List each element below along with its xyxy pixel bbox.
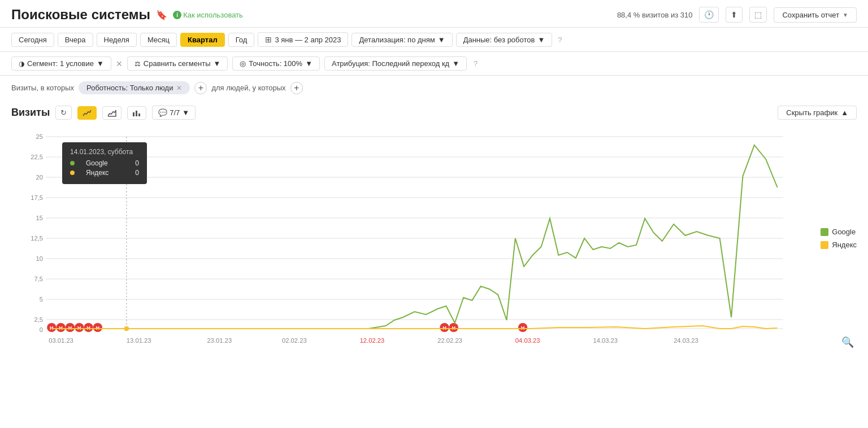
svg-rect-1 [136, 111, 137, 116]
data-filter-btn[interactable]: Данные: без роботов ▼ [456, 33, 553, 47]
help-icon[interactable]: ? [558, 36, 562, 44]
svg-text:7,5: 7,5 [34, 276, 43, 282]
tooltip-yandex-label: Яндекс [86, 169, 124, 177]
today-filter-btn[interactable]: Сегодня [11, 33, 54, 47]
week-filter-btn[interactable]: Неделя [97, 33, 137, 47]
condition-tag-text: Роботность: Только люди [86, 84, 173, 92]
quarter-filter-btn[interactable]: Квартал [180, 33, 225, 47]
bookmark-icon[interactable]: 🔖 [156, 10, 167, 20]
page-title: Поисковые системы [11, 7, 150, 23]
svg-text:22,5: 22,5 [31, 154, 43, 160]
svg-text:20: 20 [36, 174, 43, 181]
tooltip-yandex-dot [70, 171, 75, 175]
chart-legend: Google Яндекс [821, 228, 857, 249]
chevron-down-icon: ▼ [305, 59, 313, 68]
year-filter-btn[interactable]: Год [228, 33, 255, 47]
chevron-down-icon: ▼ [537, 36, 545, 44]
segment-btn[interactable]: ◑ Сегмент: 1 условие ▼ [11, 56, 111, 71]
chevron-down-icon: ▼ [213, 59, 220, 68]
save-report-button[interactable]: Сохранить отчет ▼ [774, 7, 857, 23]
svg-text:02.02.23: 02.02.23 [282, 337, 307, 344]
people-prefix-label: для людей, у которых [211, 84, 285, 92]
add-people-btn[interactable]: + [290, 82, 303, 94]
legend-google-label: Google [832, 228, 856, 236]
info-icon: i [173, 11, 181, 19]
segments-count-btn[interactable]: 💬 7/7 ▼ [152, 106, 196, 120]
compare-segments-btn[interactable]: ⚖ Сравнить сегменты ▼ [127, 56, 228, 71]
chevron-up-icon: ▲ [841, 108, 848, 117]
chart-area: 25 22,5 20 17,5 15 12,5 10 7,5 5 2,5 0 0… [11, 125, 789, 351]
legend-yandex-color [821, 241, 828, 249]
comment-icon: 💬 [158, 108, 167, 117]
svg-point-54 [124, 326, 129, 331]
svg-text:24.03.23: 24.03.23 [674, 337, 698, 344]
svg-text:5: 5 [40, 296, 43, 303]
segment-pie-icon: ◑ [19, 60, 24, 68]
legend-google-color [821, 228, 828, 236]
svg-text:12.02.23: 12.02.23 [360, 337, 385, 344]
chart-header: Визиты ↻ 💬 7/7 ▼ Скрыть график ▲ [11, 106, 857, 120]
chart-tooltip: 14.01.2023, суббота Google 0 Яндекс 0 [62, 142, 147, 184]
bar-chart-icon [132, 109, 141, 117]
header-left: Поисковые системы 🔖 i Как использовать [11, 7, 243, 23]
tooltip-date: 14.01.2023, суббота [70, 148, 139, 156]
detail-btn[interactable]: Детализация: по дням ▼ [351, 33, 452, 47]
export-icon-btn[interactable]: ⬆ [726, 7, 743, 23]
legend-google: Google [821, 228, 857, 236]
chart-section: Визиты ↻ 💬 7/7 ▼ Скрыть график ▲ [0, 100, 868, 357]
calendar-grid-icon: ⊞ [265, 35, 272, 44]
svg-text:14.03.23: 14.03.23 [593, 337, 618, 344]
svg-text:23.01.23: 23.01.23 [207, 337, 232, 344]
tooltip-row-google: Google 0 [70, 159, 139, 167]
svg-rect-0 [133, 112, 134, 116]
svg-text:2,5: 2,5 [34, 316, 43, 323]
svg-text:15: 15 [36, 215, 43, 221]
month-filter-btn[interactable]: Месяц [140, 33, 177, 47]
visits-prefix-label: Визиты, в которых [11, 84, 74, 92]
attribution-help-icon[interactable]: ? [474, 59, 478, 68]
chart-title-area: Визиты ↻ 💬 7/7 ▼ [11, 106, 196, 120]
segment-clear-btn[interactable]: ✕ [116, 59, 123, 68]
svg-text:13.01.23: 13.01.23 [127, 337, 151, 344]
area-chart-icon [107, 109, 116, 117]
visits-stat: 88,4 % визитов из 310 [617, 11, 693, 19]
bar-chart-btn[interactable] [127, 106, 146, 120]
compare-icon: ⚖ [134, 60, 141, 68]
add-condition-btn[interactable]: + [194, 82, 207, 94]
how-to-use-link[interactable]: i Как использовать [173, 11, 243, 19]
accuracy-btn[interactable]: ◎ Точность: 100% ▼ [232, 56, 320, 71]
hide-chart-btn[interactable]: Скрыть график ▲ [778, 106, 857, 120]
line-chart-btn[interactable] [77, 106, 97, 120]
target-icon: ◎ [240, 59, 246, 68]
svg-rect-2 [138, 113, 140, 116]
chart-title: Визиты [11, 107, 50, 119]
compare-icon-btn[interactable]: ⬚ [749, 7, 767, 23]
date-filters-bar: Сегодня Вчера Неделя Месяц Квартал Год ⊞… [0, 28, 868, 52]
svg-text:03.01.23: 03.01.23 [49, 337, 73, 344]
condition-remove-btn[interactable]: ✕ [176, 84, 182, 92]
refresh-chart-btn[interactable]: ↻ [55, 106, 72, 120]
svg-text:04.03.23: 04.03.23 [515, 337, 540, 344]
search-zoom-btn[interactable]: 🔍 [841, 336, 854, 348]
tooltip-row-yandex: Яндекс 0 [70, 169, 139, 177]
clock-icon-btn[interactable]: 🕐 [699, 7, 719, 23]
svg-text:0: 0 [40, 326, 43, 333]
attribution-btn[interactable]: Атрибуция: Последний переход кд ▼ [324, 56, 467, 71]
area-chart-btn[interactable] [102, 106, 121, 120]
chevron-down-icon: ▼ [438, 36, 445, 44]
tooltip-google-label: Google [86, 159, 124, 167]
tooltip-google-dot [70, 161, 75, 165]
svg-text:22.02.23: 22.02.23 [437, 337, 462, 344]
svg-text:12,5: 12,5 [31, 235, 43, 242]
date-range-btn[interactable]: ⊞ 3 янв — 2 апр 2023 [258, 32, 348, 47]
svg-text:25: 25 [36, 133, 43, 140]
chevron-down-icon: ▼ [452, 59, 459, 68]
condition-tag: Роботность: Только люди ✕ [79, 81, 190, 94]
tooltip-yandex-value: 0 [135, 169, 139, 177]
page-header: Поисковые системы 🔖 i Как использовать 8… [0, 0, 868, 28]
legend-yandex-label: Яндекс [832, 241, 857, 249]
svg-text:17,5: 17,5 [31, 194, 43, 201]
header-right: 88,4 % визитов из 310 🕐 ⬆ ⬚ Сохранить от… [617, 7, 857, 23]
segment-filters-bar: ◑ Сегмент: 1 условие ▼ ✕ ⚖ Сравнить сегм… [0, 52, 868, 76]
yesterday-filter-btn[interactable]: Вчера [58, 33, 93, 47]
